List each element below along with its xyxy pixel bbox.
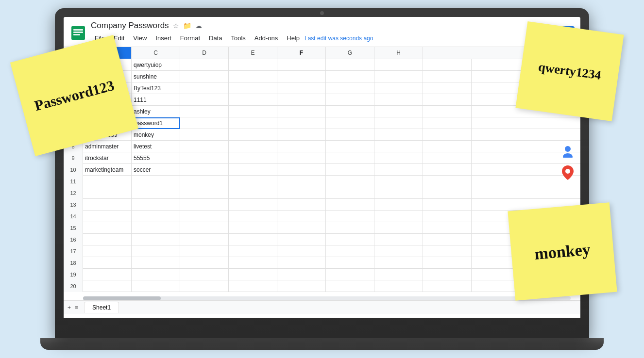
cell-g7[interactable] xyxy=(374,129,423,141)
menu-item-format[interactable]: Format xyxy=(176,33,204,44)
cell-f3[interactable] xyxy=(326,82,374,94)
row-number[interactable]: 11 xyxy=(64,176,83,187)
cell-a10[interactable]: marketingteam xyxy=(83,164,132,176)
cell-e8[interactable] xyxy=(277,141,326,152)
cell-g2[interactable] xyxy=(374,71,423,82)
cell-c7[interactable] xyxy=(180,129,229,141)
cell-d1[interactable] xyxy=(229,59,277,71)
cell-f9[interactable] xyxy=(326,152,374,164)
col-header-e[interactable]: E xyxy=(229,47,277,59)
maps-pin-icon[interactable] xyxy=(562,165,574,180)
cell-e5[interactable] xyxy=(277,106,326,117)
cell-g8[interactable] xyxy=(374,141,423,152)
cell-b3[interactable]: ByTest123 xyxy=(132,82,180,94)
cell-f6[interactable] xyxy=(326,117,374,129)
cell-g4[interactable] xyxy=(374,94,423,106)
cell-h8[interactable] xyxy=(423,141,472,152)
cell-f2[interactable] xyxy=(326,71,374,82)
cell-d6[interactable] xyxy=(229,117,277,129)
row-number[interactable]: 20 xyxy=(64,280,83,292)
user-avatar-icon[interactable] xyxy=(561,144,575,158)
cell-h2[interactable] xyxy=(423,71,472,82)
cell-f5[interactable] xyxy=(326,106,374,117)
row-number-10[interactable]: 10 xyxy=(64,164,83,176)
cell-d8[interactable] xyxy=(229,141,277,152)
col-header-f[interactable]: F xyxy=(277,47,326,59)
cell-g10[interactable] xyxy=(374,164,423,176)
col-header-c[interactable]: C xyxy=(132,47,180,59)
cell-c3[interactable] xyxy=(180,82,229,94)
last-edit-status[interactable]: Last edit was seconds ago xyxy=(305,35,373,42)
cell-d7[interactable] xyxy=(229,129,277,141)
cell-a9[interactable]: itrockstar xyxy=(83,152,132,164)
cell-b2[interactable]: sunshine xyxy=(132,71,180,82)
cell-c9[interactable] xyxy=(180,152,229,164)
cell-c6[interactable] xyxy=(180,117,229,129)
cell-h4[interactable] xyxy=(423,94,472,106)
cell-b9[interactable]: 55555 xyxy=(132,152,180,164)
row-number[interactable]: 13 xyxy=(64,199,83,211)
cell-f8[interactable] xyxy=(326,141,374,152)
cell-e4[interactable] xyxy=(277,94,326,106)
cell-h6[interactable] xyxy=(423,117,472,129)
cell-h7[interactable] xyxy=(423,129,472,141)
cell-f4[interactable] xyxy=(326,94,374,106)
scrollbar-thumb[interactable] xyxy=(83,296,161,300)
cell-d2[interactable] xyxy=(229,71,277,82)
cell-h3[interactable] xyxy=(423,82,472,94)
cell-b5[interactable]: ashley xyxy=(132,106,180,117)
cloud-icon[interactable]: ☁ xyxy=(195,22,202,30)
menu-item-tools[interactable]: Tools xyxy=(227,33,249,44)
cell-a11[interactable] xyxy=(83,176,132,187)
cell-c5[interactable] xyxy=(180,106,229,117)
row-number[interactable]: 15 xyxy=(64,222,83,234)
cell-e2[interactable] xyxy=(277,71,326,82)
cell-b6-selected[interactable]: password1 xyxy=(132,117,180,129)
cell-d9[interactable] xyxy=(229,152,277,164)
col-header-h[interactable]: H xyxy=(374,47,423,59)
menu-item-view[interactable]: View xyxy=(129,33,151,44)
cell-b1[interactable]: qwertyuiop xyxy=(132,59,180,71)
cell-c10[interactable] xyxy=(180,164,229,176)
cell-e3[interactable] xyxy=(277,82,326,94)
cell-h1[interactable] xyxy=(423,59,472,71)
row-number-9[interactable]: 9 xyxy=(64,152,83,164)
cell-g1[interactable] xyxy=(374,59,423,71)
menu-item-addons[interactable]: Add-ons xyxy=(251,33,282,44)
cell-d3[interactable] xyxy=(229,82,277,94)
cell-b10[interactable]: soccer xyxy=(132,164,180,176)
star-icon[interactable]: ☆ xyxy=(173,22,179,30)
cell-g3[interactable] xyxy=(374,82,423,94)
row-number[interactable]: 17 xyxy=(64,245,83,257)
cell-h5[interactable] xyxy=(423,106,472,117)
col-header-g[interactable]: G xyxy=(326,47,374,59)
cell-c4[interactable] xyxy=(180,94,229,106)
cell-d5[interactable] xyxy=(229,106,277,117)
cell-c8[interactable] xyxy=(180,141,229,152)
cell-h10[interactable] xyxy=(423,164,472,176)
horizontal-scrollbar[interactable] xyxy=(83,296,571,300)
folder-icon[interactable]: 📁 xyxy=(183,22,191,30)
add-sheet-button[interactable]: + xyxy=(68,304,71,311)
row-number[interactable]: 18 xyxy=(64,257,83,269)
cell-g5[interactable] xyxy=(374,106,423,117)
menu-item-help[interactable]: Help xyxy=(283,33,304,44)
cell-b4[interactable]: 1111 xyxy=(132,94,180,106)
cell-b8[interactable]: livetest xyxy=(132,141,180,152)
cell-g6[interactable] xyxy=(374,117,423,129)
col-header-d[interactable]: D xyxy=(180,47,229,59)
hamburger-menu-icon[interactable]: ≡ xyxy=(75,304,78,311)
cell-e7[interactable] xyxy=(277,129,326,141)
cell-d4[interactable] xyxy=(229,94,277,106)
cell-c2[interactable] xyxy=(180,71,229,82)
cell-e10[interactable] xyxy=(277,164,326,176)
cell-g9[interactable] xyxy=(374,152,423,164)
cell-f7[interactable] xyxy=(326,129,374,141)
cell-e9[interactable] xyxy=(277,152,326,164)
row-number[interactable]: 16 xyxy=(64,234,83,245)
sheet-tab-1[interactable]: Sheet1 xyxy=(84,302,119,313)
cell-c1[interactable] xyxy=(180,59,229,71)
cell-f10[interactable] xyxy=(326,164,374,176)
row-number[interactable]: 12 xyxy=(64,187,83,199)
cell-e1[interactable] xyxy=(277,59,326,71)
